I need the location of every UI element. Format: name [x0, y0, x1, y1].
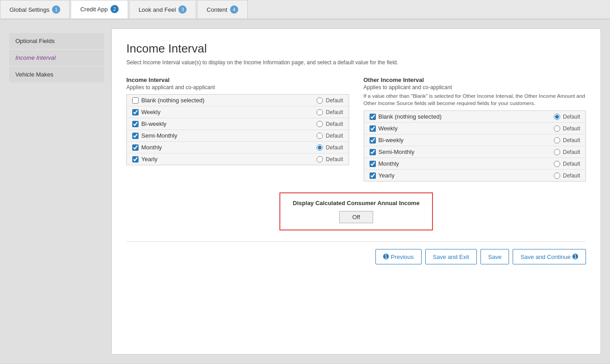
previous-label: Previous [391, 254, 414, 260]
oi-monthly-default-label: Default [563, 161, 580, 167]
tab-global-settings-label: Global Settings [10, 6, 49, 13]
display-calc-toggle-button[interactable]: Off [339, 211, 373, 223]
tab-look-and-feel-label: Look and Feel [139, 6, 176, 13]
ii-biweekly-label: Bi-weekly [141, 120, 167, 127]
oi-weekly-default-label: Default [563, 125, 580, 132]
ii-biweekly-checkbox[interactable] [132, 121, 139, 127]
ii-yearly-checkbox[interactable] [132, 156, 139, 163]
tab-credit-app[interactable]: Credit App 2 [71, 0, 128, 19]
ii-weekly-checkbox[interactable] [132, 109, 139, 115]
oi-monthly-default-radio[interactable] [554, 161, 560, 167]
tab-bar: Global Settings 1 Credit App 2 Look and … [0, 0, 610, 19]
page-title: Income Interval [126, 42, 586, 56]
save-and-exit-button[interactable]: Save and Exit [425, 249, 477, 264]
ii-yearly-default-radio[interactable] [317, 156, 323, 163]
tab-look-and-feel[interactable]: Look and Feel 3 [129, 0, 196, 19]
table-row: Monthly Default [364, 158, 586, 170]
tab-credit-app-label: Credit App [80, 6, 108, 13]
oi-yearly-label: Yearly [379, 172, 395, 179]
sidebar-item-vehicle-makes[interactable]: Vehicle Makes [9, 67, 104, 82]
ii-monthly-default-label: Default [326, 144, 343, 151]
sidebar-item-income-interval[interactable]: Income Interval [9, 50, 104, 66]
save-label: Save [488, 254, 502, 260]
ii-semimonthly-label: Semi-Monthly [141, 132, 177, 139]
ii-blank-label: Blank (nothing selected) [141, 97, 204, 104]
other-income-interval-options: Blank (nothing selected) Default Weekly [364, 110, 586, 182]
save-and-continue-button[interactable]: Save and Continue ➊ [513, 249, 586, 264]
oi-weekly-default-radio[interactable] [554, 125, 560, 132]
oi-blank-default-radio[interactable] [554, 114, 560, 120]
oi-blank-default-label: Default [563, 114, 580, 120]
income-interval-sub: Applies to applicant and co-applicant [126, 84, 349, 91]
sidebar: Optional Fields Income Interval Vehicle … [9, 29, 104, 354]
income-interval-options: Blank (nothing selected) Default Weekly [126, 94, 349, 165]
oi-biweekly-default-label: Default [563, 137, 580, 144]
ii-semimonthly-default-radio[interactable] [317, 133, 323, 139]
tab-global-settings-badge: 1 [52, 5, 60, 14]
table-row: Yearly Default [127, 153, 349, 165]
oi-biweekly-label: Bi-weekly [379, 137, 404, 144]
income-interval-label: Income Interval [126, 77, 349, 83]
tab-look-and-feel-badge: 3 [178, 5, 187, 14]
previous-icon: ➊ [383, 253, 389, 261]
ii-yearly-default-label: Default [326, 156, 343, 163]
interval-grid: Income Interval Applies to applicant and… [126, 77, 586, 182]
oi-biweekly-checkbox[interactable] [370, 137, 376, 144]
content-panel: Income Interval Select Income Interval v… [111, 29, 601, 354]
oi-yearly-default-label: Default [563, 172, 580, 179]
table-row: Weekly Default [364, 123, 586, 134]
ii-yearly-label: Yearly [141, 156, 158, 163]
save-and-continue-icon: ➊ [572, 253, 578, 261]
oi-semimonthly-label: Semi-Monthly [379, 148, 414, 155]
oi-yearly-checkbox[interactable] [370, 172, 376, 179]
oi-weekly-label: Weekly [379, 125, 398, 132]
oi-blank-checkbox[interactable] [370, 114, 376, 120]
ii-biweekly-default-label: Default [326, 121, 343, 127]
display-calc-section: Display Calculated Consumer Annual Incom… [126, 192, 586, 230]
oi-semimonthly-default-radio[interactable] [554, 149, 560, 155]
oi-semimonthly-default-label: Default [563, 149, 580, 155]
tab-content-badge: 4 [230, 5, 238, 14]
ii-monthly-default-radio[interactable] [317, 144, 323, 151]
ii-weekly-default-label: Default [326, 109, 343, 115]
oi-weekly-checkbox[interactable] [370, 125, 376, 132]
previous-button[interactable]: ➊ Previous [375, 249, 422, 264]
table-row: Semi-Monthly Default [127, 130, 349, 142]
display-calc-title: Display Calculated Consumer Annual Incom… [293, 200, 420, 206]
tab-credit-app-badge: 2 [110, 5, 119, 13]
ii-monthly-label: Monthly [141, 144, 162, 151]
display-calc-box: Display Calculated Consumer Annual Incom… [279, 192, 433, 230]
main-layout: Optional Fields Income Interval Vehicle … [0, 19, 610, 364]
oi-monthly-label: Monthly [379, 160, 399, 167]
other-income-interval-note: If a value other than "Blank" is selecte… [364, 92, 586, 107]
save-and-continue-label: Save and Continue [520, 254, 571, 260]
table-row: Semi-Monthly Default [364, 146, 586, 158]
ii-monthly-checkbox[interactable] [132, 144, 139, 151]
tab-content[interactable]: Content 4 [197, 0, 248, 19]
oi-monthly-checkbox[interactable] [370, 161, 376, 167]
other-income-interval-sub: Applies to applicant and co-applicant [364, 84, 586, 91]
table-row: Weekly Default [127, 106, 349, 118]
income-interval-column: Income Interval Applies to applicant and… [126, 77, 349, 182]
table-row: Bi-weekly Default [364, 134, 586, 146]
table-row: Monthly Default [127, 142, 349, 153]
sidebar-item-optional-fields[interactable]: Optional Fields [9, 33, 104, 49]
save-button[interactable]: Save [480, 249, 509, 264]
oi-yearly-default-radio[interactable] [554, 172, 560, 179]
tab-content-label: Content [207, 6, 227, 13]
ii-blank-default-radio[interactable] [317, 97, 323, 104]
ii-blank-default-label: Default [326, 97, 343, 104]
other-income-interval-column: Other Income Interval Applies to applica… [364, 77, 586, 182]
ii-semimonthly-default-label: Default [326, 133, 343, 139]
oi-semimonthly-checkbox[interactable] [370, 149, 376, 155]
table-row: Bi-weekly Default [127, 118, 349, 130]
ii-weekly-default-radio[interactable] [317, 109, 323, 115]
tab-global-settings[interactable]: Global Settings 1 [0, 0, 70, 19]
ii-semimonthly-checkbox[interactable] [132, 133, 139, 139]
table-row: Blank (nothing selected) Default [127, 95, 349, 106]
table-row: Blank (nothing selected) Default [364, 111, 586, 123]
ii-blank-checkbox[interactable] [132, 97, 139, 104]
oi-biweekly-default-radio[interactable] [554, 137, 560, 144]
ii-biweekly-default-radio[interactable] [317, 121, 323, 127]
save-and-exit-label: Save and Exit [433, 254, 469, 260]
